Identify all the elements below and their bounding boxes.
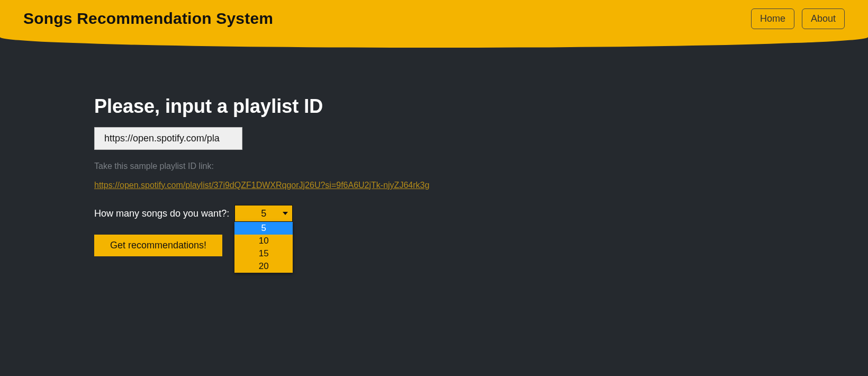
song-count-label: How many songs do you want?: xyxy=(94,208,229,219)
song-count-dropdown[interactable]: 5 10 15 20 xyxy=(234,222,293,273)
page-heading: Please, input a playlist ID xyxy=(94,95,868,118)
song-count-option-20[interactable]: 20 xyxy=(234,260,293,273)
nav-about-button[interactable]: About xyxy=(802,8,845,29)
app-title: Songs Recommendation System xyxy=(23,10,273,28)
song-count-option-5[interactable]: 5 xyxy=(234,222,293,235)
sample-playlist-link[interactable]: https://open.spotify.com/playlist/37i9dQ… xyxy=(94,181,429,190)
header: Songs Recommendation System Home About xyxy=(0,0,868,48)
get-recommendations-button[interactable]: Get recommendations! xyxy=(94,235,222,256)
song-count-option-10[interactable]: 10 xyxy=(234,235,293,247)
song-count-option-15[interactable]: 15 xyxy=(234,247,293,260)
song-count-select[interactable]: 5 5 10 15 20 xyxy=(234,205,293,222)
chevron-down-icon xyxy=(283,212,288,215)
nav: Home About xyxy=(751,8,845,29)
header-inner: Songs Recommendation System Home About xyxy=(0,0,868,37)
song-count-row: How many songs do you want?: 5 5 10 15 2… xyxy=(94,205,868,222)
song-count-select-closed[interactable]: 5 xyxy=(234,205,293,222)
helper-text: Take this sample playlist ID link: xyxy=(94,162,868,171)
song-count-selected-value: 5 xyxy=(261,208,266,219)
playlist-url-input[interactable] xyxy=(94,127,242,150)
main: Please, input a playlist ID Take this sa… xyxy=(0,48,868,256)
nav-home-button[interactable]: Home xyxy=(751,8,794,29)
